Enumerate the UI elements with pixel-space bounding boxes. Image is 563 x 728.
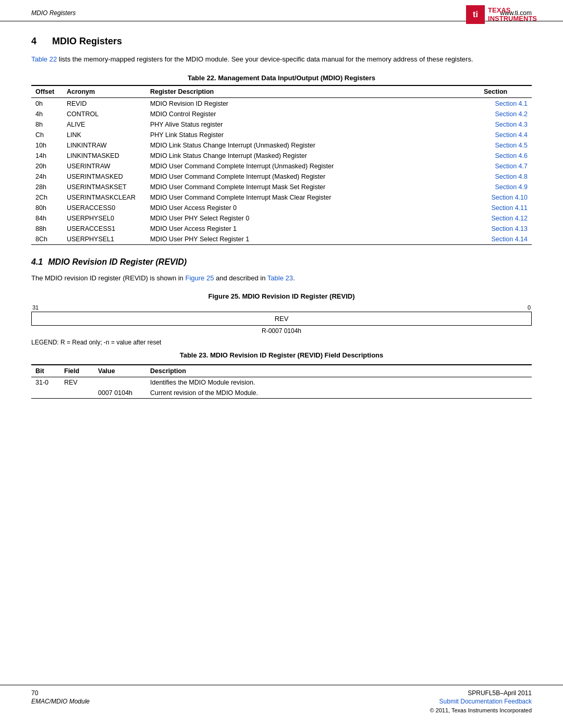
- page-container: ti Texas Instruments MDIO Registers www.…: [0, 0, 563, 728]
- table-row: 10h LINKINTRAW MDIO Link Status Change I…: [31, 140, 532, 151]
- cell-desc: MDIO User Command Complete Interrupt (Un…: [146, 161, 480, 171]
- cell-section[interactable]: Section 4.4: [480, 130, 532, 140]
- table-row: 80h USERACCESS0 MDIO User Access Registe…: [31, 203, 532, 213]
- cell-desc: MDIO User Access Register 0: [146, 203, 480, 213]
- th-ddesc: Description: [146, 365, 532, 377]
- th-desc: Register Description: [146, 85, 480, 98]
- figure25-diagram: 31 0 REV R-0007 0104h: [31, 304, 532, 335]
- cell-section[interactable]: Section 4.5: [480, 140, 532, 151]
- cell-section[interactable]: Section 4.11: [480, 203, 532, 213]
- cell-desc: MDIO Revision ID Register: [146, 97, 480, 109]
- table-row: 2Ch USERINTMASKCLEAR MDIO User Command C…: [31, 192, 532, 203]
- table22: Offset Acronym Register Description Sect…: [31, 85, 532, 245]
- cell-acronym: ALIVE: [63, 119, 146, 130]
- cell-section[interactable]: Section 4.6: [480, 151, 532, 161]
- figure25-link[interactable]: Figure 25: [185, 274, 214, 282]
- cell-offset: 88h: [31, 224, 63, 234]
- footer-left: 70 EMAC/MDIO Module: [31, 689, 90, 705]
- cell-offset: 84h: [31, 213, 63, 224]
- table-row: 84h USERPHYSEL0 MDIO User PHY Select Reg…: [31, 213, 532, 224]
- cell-acronym: USERINTMASKED: [63, 171, 146, 182]
- cell-desc: MDIO User Command Complete Interrupt Mas…: [146, 182, 480, 192]
- header-section-title: MDIO Registers: [31, 9, 76, 17]
- cell-acronym: USERACCESS0: [63, 203, 146, 213]
- table-row: 14h LINKINTMASKED MDIO Link Status Chang…: [31, 151, 532, 161]
- cell-desc: MDIO User PHY Select Register 1: [146, 234, 480, 245]
- footer-copyright: © 2011, Texas Instruments Incorporated: [430, 707, 532, 713]
- cell-desc: PHY Link Status Register: [146, 130, 480, 140]
- footer-doc-name: EMAC/MDIO Module: [31, 698, 90, 705]
- cell-offset: 14h: [31, 151, 63, 161]
- th-value: Value: [94, 365, 146, 377]
- table-row: Ch LINK PHY Link Status Register Section…: [31, 130, 532, 140]
- cell-section[interactable]: Section 4.2: [480, 109, 532, 119]
- cell-field: [60, 388, 94, 399]
- ti-logo-icon: ti: [466, 5, 485, 24]
- cell-section[interactable]: Section 4.8: [480, 171, 532, 182]
- cell-section[interactable]: Section 4.14: [480, 234, 532, 245]
- cell-offset: Ch: [31, 130, 63, 140]
- cell-section[interactable]: Section 4.13: [480, 224, 532, 234]
- cell-section[interactable]: Section 4.7: [480, 161, 532, 171]
- table22-header-row: Offset Acronym Register Description Sect…: [31, 85, 532, 98]
- cell-bit: [31, 388, 60, 399]
- footer-doc-id: SPRUFL5B–April 2011: [430, 689, 532, 697]
- cell-desc: MDIO User PHY Select Register 0: [146, 213, 480, 224]
- section-41-intro: The MDIO revision ID register (REVID) is…: [31, 273, 532, 283]
- cell-desc: MDIO Link Status Change Interrupt (Maske…: [146, 151, 480, 161]
- ti-logo-text: Texas Instruments: [488, 6, 537, 22]
- table22-container: Table 22. Management Data Input/Output (…: [31, 74, 532, 245]
- cell-offset: 8Ch: [31, 234, 63, 245]
- table23: Bit Field Value Description 31-0 REV Ide…: [31, 364, 532, 399]
- table23-header-row: Bit Field Value Description: [31, 365, 532, 377]
- cell-section[interactable]: Section 4.9: [480, 182, 532, 192]
- cell-section[interactable]: Section 4.10: [480, 192, 532, 203]
- cell-section[interactable]: Section 4.12: [480, 213, 532, 224]
- table23-container: Table 23. MDIO Revision ID Register (REV…: [31, 351, 532, 399]
- table22-caption: Table 22. Management Data Input/Output (…: [31, 74, 532, 82]
- footer-right: SPRUFL5B–April 2011 Submit Documentation…: [430, 689, 532, 713]
- cell-acronym: USERINTRAW: [63, 161, 146, 171]
- cell-ddesc: Identifies the MDIO Module revision.: [146, 377, 532, 388]
- cell-acronym: USERPHYSEL0: [63, 213, 146, 224]
- section-4-number: 4: [31, 36, 44, 47]
- cell-section[interactable]: Section 4.3: [480, 119, 532, 130]
- cell-desc: MDIO User Command Complete Interrupt (Ma…: [146, 171, 480, 182]
- cell-ddesc: Current revision of the MDIO Module.: [146, 388, 532, 399]
- cell-acronym: USERINTMASKSET: [63, 182, 146, 192]
- table22-link[interactable]: Table 22: [31, 55, 57, 63]
- cell-acronym: LINKINTRAW: [63, 140, 146, 151]
- cell-offset: 24h: [31, 171, 63, 182]
- figure25-scale: 31 0: [31, 304, 532, 311]
- cell-bit: 31-0: [31, 377, 60, 388]
- table-row: 88h USERACCESS1 MDIO User Access Registe…: [31, 224, 532, 234]
- cell-value: 0007 0104h: [94, 388, 146, 399]
- figure25-field-label: REV: [275, 315, 289, 323]
- ti-logo: ti Texas Instruments: [466, 5, 537, 24]
- th-bit: Bit: [31, 365, 60, 377]
- table-row: 0h REVID MDIO Revision ID Register Secti…: [31, 97, 532, 109]
- table-row: 24h USERINTMASKED MDIO User Command Comp…: [31, 171, 532, 182]
- table23-caption: Table 23. MDIO Revision ID Register (REV…: [31, 351, 532, 359]
- cell-acronym: USERPHYSEL1: [63, 234, 146, 245]
- cell-acronym: USERINTMASKCLEAR: [63, 192, 146, 203]
- table-row: 28h USERINTMASKSET MDIO User Command Com…: [31, 182, 532, 192]
- section-41-title: MDIO Revision ID Register (REVID): [48, 257, 187, 267]
- table23-link[interactable]: Table 23: [267, 274, 293, 282]
- footer-feedback-link[interactable]: Submit Documentation Feedback: [430, 698, 532, 705]
- main-content: 4 MDIO Registers Table 22 lists the memo…: [0, 21, 563, 432]
- th-acronym: Acronym: [63, 85, 146, 98]
- svg-text:ti: ti: [473, 9, 478, 19]
- th-section: Section: [480, 85, 532, 98]
- cell-value: [94, 377, 146, 388]
- section-41-number: 4.1: [31, 257, 43, 267]
- cell-section[interactable]: Section 4.1: [480, 97, 532, 109]
- th-offset: Offset: [31, 85, 63, 98]
- table-row: 8Ch USERPHYSEL1 MDIO User PHY Select Reg…: [31, 234, 532, 245]
- section-4-heading: 4 MDIO Registers: [31, 36, 532, 47]
- page-footer: 70 EMAC/MDIO Module SPRUFL5B–April 2011 …: [0, 685, 563, 718]
- th-field: Field: [60, 365, 94, 377]
- figure25-scale-right: 0: [528, 304, 531, 311]
- table-row: 31-0 REV Identifies the MDIO Module revi…: [31, 377, 532, 388]
- table-row: 8h ALIVE PHY Alive Status register Secti…: [31, 119, 532, 130]
